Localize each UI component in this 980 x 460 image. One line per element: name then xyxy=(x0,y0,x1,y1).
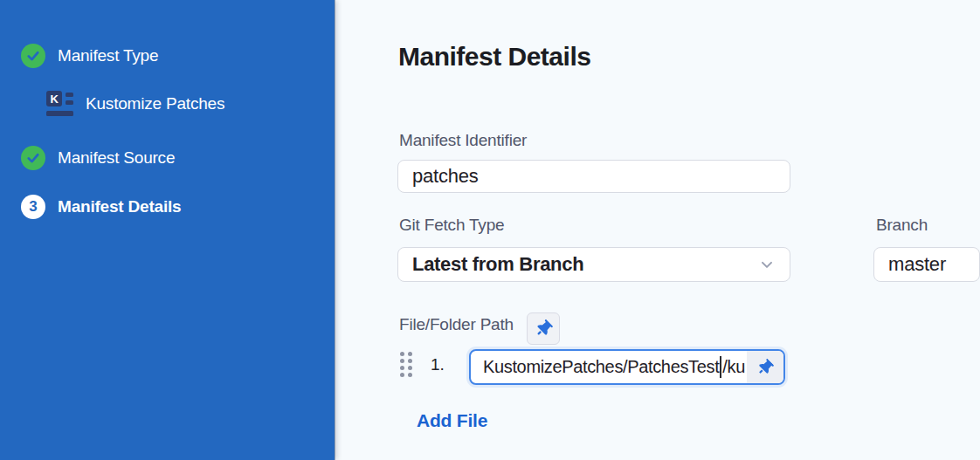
chevron-down-icon xyxy=(758,256,776,273)
wizard-sidebar: Manifest Type K Kustomize Patches Manife… xyxy=(0,0,335,460)
step-label: Manifest Source xyxy=(58,148,175,168)
file-folder-path-value: KustomizePatches/PatchesTest/ku xyxy=(471,351,747,383)
git-fetch-type-label: Git Fetch Type xyxy=(399,216,504,235)
manifest-identifier-label: Manifest Identifier xyxy=(399,131,527,150)
check-icon xyxy=(25,48,41,64)
sidebar-step-manifest-details[interactable]: 3 Manifest Details xyxy=(21,195,181,219)
page-title: Manifest Details xyxy=(398,42,590,72)
substep-label: Kustomize Patches xyxy=(86,94,224,113)
file-folder-path-pin-button[interactable] xyxy=(527,312,560,345)
file-folder-path-label: File/Folder Path xyxy=(399,315,514,334)
pin-icon xyxy=(532,317,556,340)
path-pin-toggle[interactable] xyxy=(747,351,783,383)
sidebar-step-manifest-source[interactable]: Manifest Source xyxy=(21,146,175,170)
git-fetch-type-value: Latest from Branch xyxy=(412,253,758,276)
step-label: Manifest Type xyxy=(58,46,158,65)
step-label: Manifest Details xyxy=(58,197,181,216)
path-row-index: 1. xyxy=(431,355,445,374)
add-file-button[interactable]: Add File xyxy=(417,410,487,431)
sidebar-step-manifest-type[interactable]: Manifest Type xyxy=(21,44,158,68)
text-caret xyxy=(720,356,721,378)
kustomize-icon: K xyxy=(46,91,73,116)
step-complete-icon xyxy=(21,44,45,68)
branch-label: Branch xyxy=(876,216,928,235)
pin-icon xyxy=(754,356,776,378)
branch-input[interactable] xyxy=(873,247,980,282)
drag-handle[interactable] xyxy=(400,352,412,377)
step-complete-icon xyxy=(21,146,45,170)
step-number-badge: 3 xyxy=(21,195,45,219)
manifest-details-panel: Manifest Details Manifest Identifier Git… xyxy=(335,0,980,460)
git-fetch-type-select[interactable]: Latest from Branch xyxy=(397,247,790,282)
manifest-identifier-input[interactable] xyxy=(397,160,790,193)
check-icon xyxy=(25,150,41,166)
file-folder-path-input[interactable]: KustomizePatches/PatchesTest/ku xyxy=(469,349,785,385)
sidebar-substep-kustomize-patches[interactable]: K Kustomize Patches xyxy=(46,91,224,116)
